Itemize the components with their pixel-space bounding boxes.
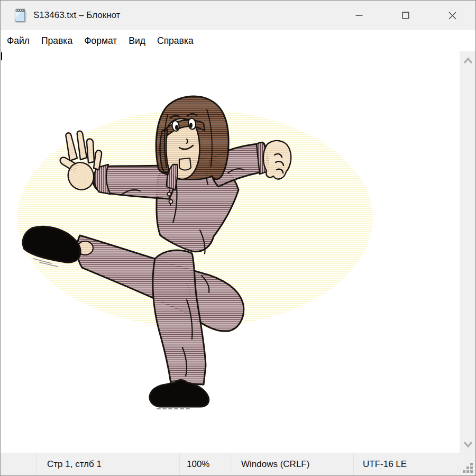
statusbar-encoding: UTF-16 LE: [354, 453, 475, 475]
statusbar-cursor-position: Стр 1, стлб 1: [37, 453, 180, 475]
close-icon: [448, 12, 456, 20]
figure-neck: [179, 158, 191, 170]
resize-grip-icon[interactable]: [462, 462, 474, 474]
minimize-icon: [355, 12, 363, 19]
statusbar-zoom-level: 100%: [180, 453, 232, 475]
menu-edit[interactable]: Правка: [35, 31, 78, 51]
menu-bar: Файл Правка Формат Вид Справка: [1, 30, 475, 51]
vertical-scrollbar[interactable]: [460, 51, 475, 453]
statusbar-spacer: [1, 453, 37, 475]
maximize-button[interactable]: [382, 1, 429, 30]
menu-view[interactable]: Вид: [123, 31, 151, 51]
close-button[interactable]: [429, 1, 475, 30]
title-bar[interactable]: S13463.txt – Блокнот: [1, 1, 475, 30]
minimize-button[interactable]: [336, 1, 382, 30]
window-controls: [336, 1, 475, 30]
maximize-icon: [402, 12, 409, 19]
menu-format[interactable]: Формат: [78, 31, 123, 51]
menu-file[interactable]: Файл: [1, 31, 35, 51]
chevron-down-icon[interactable]: [460, 439, 476, 450]
chevron-up-icon[interactable]: [460, 56, 476, 66]
statusbar-line-endings: Windows (CRLF): [232, 453, 354, 475]
figure-head: [156, 96, 228, 180]
notepad-window: S13463.txt – Блокнот Файл Правка: [0, 0, 476, 476]
status-bar: Стр 1, стлб 1 100% Windows (CRLF) UTF-16…: [1, 453, 475, 475]
tai-chi-woman-clipart: [1, 51, 460, 454]
text-edit-area[interactable]: [1, 51, 475, 453]
menu-help[interactable]: Справка: [151, 31, 199, 51]
window-title: S13463.txt – Блокнот: [33, 1, 120, 30]
notepad-icon[interactable]: [13, 7, 28, 23]
